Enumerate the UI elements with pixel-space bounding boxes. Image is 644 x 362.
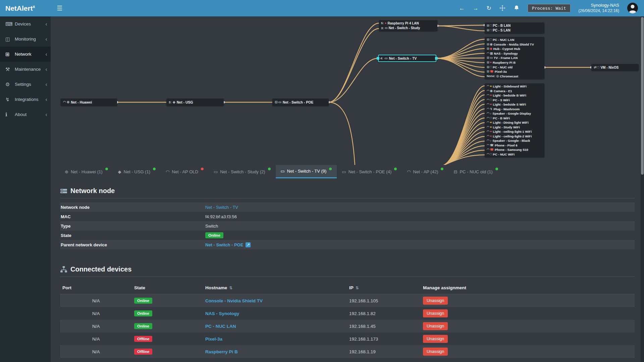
external-link-icon[interactable]: [246, 242, 251, 247]
device-node[interactable]: ◠↯ Plug - Washroom: [487, 107, 542, 111]
node-icons: ◠●: [487, 135, 492, 138]
tab[interactable]: ▭ Net - Switch - Study (2): [209, 165, 276, 178]
hostname-link[interactable]: PC - NUC LAN: [205, 324, 236, 329]
diagram-node-vm-nixos[interactable]: ⇄□ VM - NixOS: [591, 64, 639, 71]
status-dot: [201, 168, 204, 170]
detail-text[interactable]: Net - Switch - POE: [205, 242, 243, 247]
wifi-icon: ◠: [487, 112, 489, 115]
tab[interactable]: ◠ Net - AP (42): [402, 165, 448, 178]
switch-icon: ▭: [278, 101, 281, 104]
device-node[interactable]: ⊟□ PC - B LAN: [487, 23, 542, 28]
scrollbar-track[interactable]: [641, 16, 644, 362]
device-node[interactable]: ⊟□ PC - NUC old: [487, 65, 542, 69]
device-node[interactable]: ◠● Light - Study WiFi: [487, 125, 542, 129]
device-node[interactable]: ◠♪ Speaker - Google Display: [487, 111, 542, 116]
sidebar-item-maintenance[interactable]: ⚒ Maintenance ‹: [0, 62, 51, 77]
unassign-button[interactable]: Unassign: [423, 309, 448, 317]
tab[interactable]: ◆ Net - USG (1): [113, 165, 161, 178]
device-node[interactable]: ⊟☎ Pixel-3a: [487, 69, 542, 74]
device-node[interactable]: ◠☎ Phone - Pixel 6: [487, 143, 542, 147]
unassign-button[interactable]: Unassign: [423, 335, 448, 343]
sidebar-item-settings[interactable]: ⚙ Settings ‹: [0, 77, 51, 92]
device-node[interactable]: ⊟◆ Hub - Cygnet Hub: [487, 47, 542, 51]
node-icons: ◠●: [487, 85, 492, 88]
hostname-link[interactable]: Pixel-3a: [205, 337, 222, 342]
speaker-icon: ♪: [490, 139, 492, 142]
sort-icon[interactable]: ⇅: [356, 286, 359, 290]
tab[interactable]: ▭ Net - Switch - POE (4): [337, 165, 402, 178]
node-label: Console - Nvidia Shield TV: [493, 43, 534, 46]
avatar[interactable]: [627, 3, 638, 13]
node-tabs: ⊕ Net - Huawei (1) ◆ Net - USG (1) ◠ Net…: [51, 165, 644, 178]
status-badge: Offline: [134, 349, 152, 355]
sort-icon[interactable]: ⇅: [229, 286, 232, 290]
sidebar-item-network[interactable]: ⊞ Network ‹: [0, 47, 51, 62]
device-node[interactable]: ◠☎ Phone - Samsung S10: [487, 147, 542, 152]
detail-text[interactable]: f4:92:bf:a3:f3:56: [205, 214, 237, 219]
detail-text[interactable]: Switch: [205, 224, 218, 229]
device-node[interactable]: 5: ● Raspberry Pi 4 LAN: [381, 21, 435, 26]
diagram-node-net-switch-tv-selected[interactable]: 4: ▭ Net - Switch - TV: [378, 55, 436, 62]
cell-manage: Unassign: [421, 348, 635, 356]
sidebar-item-devices[interactable]: ⌨ Devices ‹: [0, 16, 51, 32]
diagram-node-net-usg[interactable]: 3: ◆ Net - USG: [166, 99, 224, 106]
detail-text[interactable]: Online: [205, 232, 223, 238]
tab[interactable]: ⊕ Net - Huawei (1): [60, 165, 113, 178]
device-group-pc-lan: ⊟□ PC - B LAN ⊟□ PC - S LAN: [485, 22, 544, 34]
forward-arrow-icon[interactable]: →: [473, 5, 479, 11]
device-node[interactable]: ◠◉ Camera - E1: [487, 89, 542, 93]
sidebar-item-monitoring[interactable]: ◫ Monitoring ‹: [0, 32, 51, 47]
hamburger-menu-icon[interactable]: ☰: [57, 4, 62, 12]
hostname-link[interactable]: Console - Nvidia Shield TV: [205, 298, 263, 303]
tab-label: Net - Switch - POE (4): [348, 169, 392, 174]
device-node[interactable]: ◠♪ Speaker - Google - Black: [487, 138, 542, 143]
device-node[interactable]: ◠● Light - Sideboard WiFi: [487, 84, 542, 88]
wifi-icon: ◠: [487, 130, 489, 133]
scrollbar-thumb[interactable]: [641, 17, 644, 175]
bell-icon[interactable]: [514, 5, 520, 11]
device-node[interactable]: ◠● Light - ceiling-light-1 WiFi: [487, 129, 542, 134]
device-node[interactable]: ◠● Light - Dining light WiFi: [487, 120, 542, 125]
device-node[interactable]: ◠□ PC - NUC WiFi: [487, 152, 542, 157]
device-node[interactable]: ⊟◉ Console - Nvidia Shield TV: [487, 42, 542, 47]
device-group-wifi-ap: ◠● Light - Sideboard WiFi ◠◉ Camera - E1…: [485, 83, 544, 157]
hostname-link[interactable]: Raspberry Pi B: [205, 349, 238, 354]
tab-label: Net - Huawei (1): [71, 169, 103, 174]
device-node[interactable]: ⊟▭ TV - Frame LAN: [487, 56, 542, 60]
node-icons: ⊟◆: [487, 47, 492, 50]
unassign-button[interactable]: Unassign: [423, 348, 448, 356]
device-node[interactable]: ◠● Light - bedside B WiFi: [487, 93, 542, 98]
device-node[interactable]: ⊟● Raspberry Pi B: [487, 60, 542, 65]
unassign-button[interactable]: Unassign: [423, 322, 448, 330]
move-icon[interactable]: [499, 5, 505, 11]
hostname-link[interactable]: NAS - Synology: [205, 311, 239, 316]
refresh-icon[interactable]: ↻: [487, 5, 491, 11]
diagram-node-net-huawei[interactable]: ◠⊕ Net - Huawei: [61, 99, 117, 106]
device-node[interactable]: ◠▤ NAS - Synology: [487, 51, 542, 56]
device-node[interactable]: ◠● Light - ceiling-light-2 WiFi: [487, 134, 542, 138]
device-node[interactable]: 3: ▭ Net - Switch - Study: [381, 26, 435, 31]
devices-table: N/A Online Console - Nvidia Shield TV 19…: [60, 294, 635, 358]
diagram-node-net-switch-poe[interactable]: ⊟▭ Net - Switch - POE: [272, 99, 329, 106]
tab[interactable]: ▭ Net - Switch - TV (9): [276, 165, 337, 178]
device-node[interactable]: ◠□ PC - S WiFi: [487, 98, 542, 102]
device-node[interactable]: ⊟□ PC - NUC LAN: [487, 38, 542, 42]
detail-text[interactable]: Net - Switch - TV: [205, 205, 238, 210]
app-logo[interactable]: NetAlertx: [0, 4, 51, 12]
sidebar-item-about[interactable]: ℹ About ‹: [0, 107, 51, 122]
detail-row: State Online: [60, 231, 635, 240]
tab[interactable]: ◠ Net - AP OLD: [161, 165, 209, 178]
sidebar-item-integrations[interactable]: ↯ Integrations ‹: [0, 92, 51, 107]
node-icons: ◆: [173, 101, 175, 104]
node-icons: ◎: [496, 75, 499, 78]
node-icons: ◠☎: [487, 148, 494, 151]
tab[interactable]: ⊟ PC - NUC old (1): [448, 165, 503, 178]
back-arrow-icon[interactable]: ←: [459, 5, 465, 11]
device-node[interactable]: None: ◎ Chromecast: [487, 74, 542, 78]
tab-label: Net - Switch - TV (9): [287, 169, 327, 174]
header-port: Port: [60, 285, 132, 290]
device-node[interactable]: ◠● Light - bedside S WiFi: [487, 102, 542, 107]
device-node[interactable]: ⊟□ PC - S LAN: [487, 28, 542, 33]
device-node[interactable]: ◠□ PC - B WiFi: [487, 116, 542, 120]
unassign-button[interactable]: Unassign: [423, 297, 448, 305]
